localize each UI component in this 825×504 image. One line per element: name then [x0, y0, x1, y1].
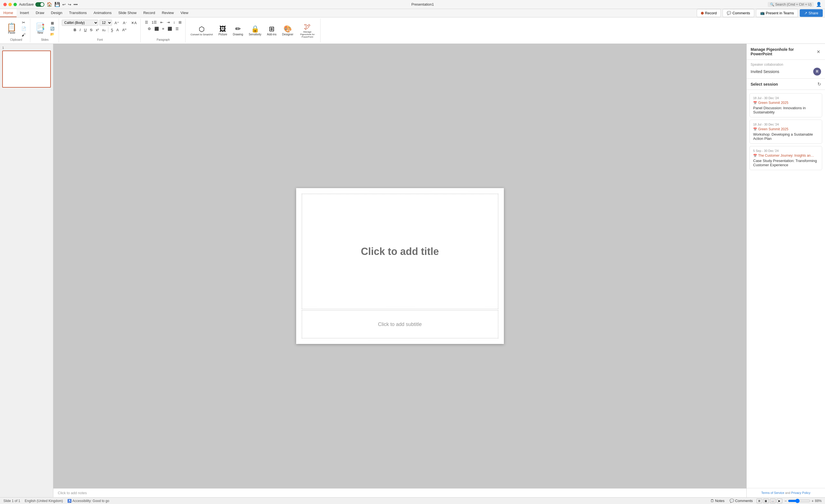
font-actions: Calibri (Body) 12 A⁺ A⁻ ✕A B I U S x² x₂ — [62, 20, 138, 38]
slide-subtitle-area[interactable]: Click to add subtitle — [302, 310, 498, 338]
slides-label: Slides — [41, 38, 49, 41]
bullets-button[interactable]: ☰ — [143, 20, 150, 25]
font-size-select[interactable]: 12 — [99, 20, 112, 26]
paste-button[interactable]: 📋 Paste — [4, 22, 19, 35]
drawing-button[interactable]: ✏ Drawing — [230, 24, 245, 37]
strikethrough-button[interactable]: S — [89, 27, 94, 32]
terms-link[interactable]: Terms of Service — [761, 491, 784, 494]
smartart-convert-button[interactable]: ⚙ — [146, 26, 152, 31]
convert-smartart-icon: ⬡ — [199, 25, 205, 33]
tab-draw[interactable]: Draw — [32, 9, 48, 17]
convert-to-smartart-button[interactable]: ⬡ Convert to SmartArt — [189, 24, 215, 37]
session-card-1[interactable]: 18 Jul - 30 Dec '24 📅 Green Summit 2025 … — [749, 93, 822, 117]
record-button[interactable]: Record — [697, 9, 721, 17]
font-label: Font — [97, 38, 103, 41]
new-slide-button[interactable]: 📑 New — [33, 22, 48, 35]
font-size-decrease-button[interactable]: A⁻ — [122, 20, 129, 25]
text-shadow-button[interactable]: S̲ — [109, 27, 115, 32]
justify-button[interactable]: ☰ — [174, 26, 180, 31]
save-icon[interactable]: 💾 — [55, 2, 60, 7]
reset-button[interactable]: 🔄 — [48, 26, 57, 31]
copy-button[interactable]: 📄 — [19, 26, 28, 31]
tab-record[interactable]: Record — [140, 9, 158, 17]
search-box[interactable]: 🔍 Search (Cmd + Ctrl + U) — [768, 2, 814, 7]
tab-review[interactable]: Review — [158, 9, 177, 17]
autosave-toggle[interactable] — [35, 2, 44, 7]
slide-thumbnail-1[interactable] — [2, 51, 51, 88]
pigeonhole-panel-header: Manage Pigeonhole for PowerPoint ✕ — [747, 44, 825, 60]
more-icon[interactable]: ••• — [74, 2, 78, 7]
notes-status-button[interactable]: 🗒 Notes — [709, 498, 726, 503]
close-traffic-light[interactable] — [3, 3, 7, 6]
superscript-button[interactable]: x² — [94, 27, 100, 32]
italic-button[interactable]: I — [78, 27, 82, 32]
paragraph-group: ☰ 1☰ ⇤ ⇥ ↕ ⊞ ⚙ ⬛ ≡ ⬛ ☰ Paragraph — [141, 18, 185, 43]
zoom-slider[interactable] — [788, 499, 810, 503]
session-event-1: 📅 Green Summit 2025 — [753, 101, 819, 105]
slide-sorter-button[interactable]: ▦ — [763, 499, 769, 503]
pigeonhole-ribbon-icon: 🕊 — [304, 23, 311, 30]
designer-button[interactable]: 🎨 Designer — [280, 24, 296, 37]
format-painter-button[interactable]: 🖌 — [19, 32, 28, 38]
redo-icon[interactable]: ↪ — [68, 2, 71, 7]
drawing-actions: ⬡ Convert to SmartArt 🖼 Picture ✏ Drawin… — [189, 20, 318, 41]
increase-indent-button[interactable]: ⇥ — [165, 20, 171, 25]
autosave-toggle-area: AutoSave — [19, 2, 44, 7]
columns-button[interactable]: ⊞ — [177, 20, 183, 25]
slide-canvas[interactable]: Click to add title Click to add subtitle — [296, 188, 504, 344]
comments-status-button[interactable]: 💬 Comments — [728, 498, 754, 503]
font-size-increase-button[interactable]: A⁺ — [113, 20, 121, 25]
manage-pigeonhole-ribbon-button[interactable]: 🕊 Manage Pigeonhole for PowerPoint — [297, 22, 318, 39]
accessibility-label: Accessibility: Good to go — [72, 499, 109, 503]
picture-button[interactable]: 🖼 Picture — [216, 24, 229, 37]
home-icon[interactable]: 🏠 — [47, 2, 52, 7]
subscript-button[interactable]: x₂ — [101, 27, 107, 32]
align-center-button[interactable]: ≡ — [161, 26, 166, 31]
tab-slideshow[interactable]: Slide Show — [115, 9, 140, 17]
tab-view[interactable]: View — [177, 9, 192, 17]
font-color-button[interactable]: A — [115, 27, 121, 32]
tab-animations[interactable]: Animations — [90, 9, 115, 17]
tab-design[interactable]: Design — [48, 9, 66, 17]
sensitivity-button[interactable]: 🔒 Sensitivity — [246, 24, 264, 37]
underline-button[interactable]: U — [82, 27, 88, 32]
clear-formatting-button[interactable]: ✕A — [130, 20, 138, 25]
account-icon[interactable]: 👤 — [816, 2, 822, 7]
refresh-sessions-button[interactable]: ↻ — [817, 81, 821, 87]
pigeonhole-close-button[interactable]: ✕ — [815, 49, 821, 55]
search-icon: 🔍 — [770, 3, 774, 6]
tab-transitions[interactable]: Transitions — [66, 9, 90, 17]
tab-insert[interactable]: Insert — [16, 9, 32, 17]
slideshow-view-button[interactable]: ▶ — [777, 499, 782, 503]
maximize-traffic-light[interactable] — [13, 3, 17, 6]
comments-button[interactable]: 💬 Comments — [723, 9, 754, 17]
minimize-traffic-light[interactable] — [8, 3, 12, 6]
numbering-button[interactable]: 1☰ — [150, 20, 158, 25]
add-ins-button[interactable]: ⊞ Add-ins — [265, 24, 279, 37]
decrease-indent-button[interactable]: ⇤ — [159, 20, 165, 25]
zoom-in-button[interactable]: + — [812, 499, 814, 503]
zoom-out-button[interactable]: − — [784, 499, 787, 503]
cut-button[interactable]: ✂ — [19, 20, 28, 25]
undo-icon[interactable]: ↩ — [62, 2, 66, 7]
reading-view-button[interactable]: 📖 — [770, 499, 775, 503]
slide-container[interactable]: Click to add title Click to add subtitle — [53, 44, 746, 488]
layout-button[interactable]: ▦ — [48, 20, 57, 25]
section-button[interactable]: 📂 — [48, 32, 57, 37]
notes-bar[interactable]: Click to add notes — [53, 488, 746, 497]
slide-title-area[interactable]: Click to add title — [302, 194, 498, 309]
session-card-2[interactable]: 18 Jul - 30 Dec '24 📅 Green Summit 2025 … — [749, 120, 822, 144]
normal-view-button[interactable]: ⊞ — [756, 499, 762, 503]
font-family-select[interactable]: Calibri (Body) — [62, 20, 98, 26]
privacy-link[interactable]: Privacy Policy — [791, 491, 810, 494]
title-bar-right: 🔍 Search (Cmd + Ctrl + U) 👤 — [768, 2, 822, 7]
align-right-button[interactable]: ⬛ — [166, 26, 173, 31]
present-in-teams-button[interactable]: 📺 Present in Teams — [756, 9, 798, 17]
share-button[interactable]: ↗ Share — [800, 9, 823, 17]
session-card-3[interactable]: 5 Sep - 30 Dec '24 📅 The Customer Journe… — [749, 146, 822, 170]
line-spacing-button[interactable]: ↕ — [172, 20, 176, 25]
bold-button[interactable]: B — [72, 27, 77, 32]
tab-home[interactable]: Home — [0, 9, 16, 17]
align-left-button[interactable]: ⬛ — [153, 26, 160, 31]
highlight-button[interactable]: Aᴴ — [121, 27, 128, 32]
